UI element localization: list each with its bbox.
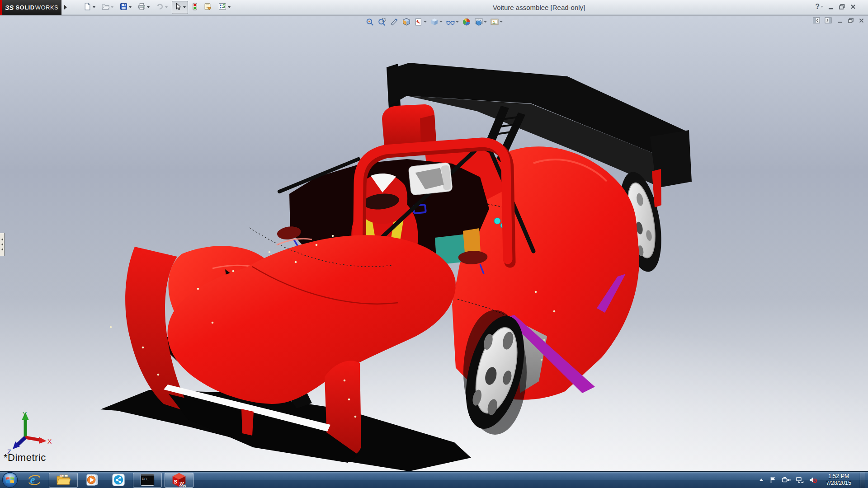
heads-up-view-toolbar xyxy=(364,17,504,27)
rocker-rivet xyxy=(543,339,545,341)
volume-button[interactable] xyxy=(809,476,817,483)
taskbar-command-prompt[interactable]: C:\_ xyxy=(133,473,162,488)
close-icon xyxy=(850,4,856,10)
action-center-button[interactable] xyxy=(769,476,777,483)
options-button[interactable] xyxy=(216,1,233,14)
feature-tree-collapsed-handle[interactable] xyxy=(0,233,5,256)
view-orientation-label: *Dimetric xyxy=(4,452,46,464)
3d-model-canvas[interactable] xyxy=(0,15,868,471)
zoom-to-area-icon xyxy=(378,18,387,26)
new-document-icon xyxy=(84,3,91,12)
minimize-icon xyxy=(828,4,834,10)
open-button[interactable] xyxy=(99,1,116,14)
orientation-triad: Y X Z xyxy=(3,409,52,455)
taskbar-media-player[interactable] xyxy=(80,473,104,488)
solidworks-logo: ЗS SOLID WORKS xyxy=(2,0,61,15)
previous-view-icon xyxy=(415,18,423,26)
close-button[interactable] xyxy=(850,4,856,10)
internet-explorer-icon: e xyxy=(28,473,41,487)
save-button[interactable] xyxy=(118,1,134,14)
window-title: Voiture assomblee [Read-only] xyxy=(493,4,585,11)
undo-button[interactable] xyxy=(154,1,170,14)
display-style-icon xyxy=(430,18,439,26)
splitter-pillar xyxy=(241,409,254,436)
folder-icon xyxy=(56,474,71,486)
logo-mark: ЗS xyxy=(5,4,14,11)
logo-bold: SOLID xyxy=(15,4,34,11)
help-icon: ? xyxy=(815,3,820,11)
standard-toolbar xyxy=(81,1,233,14)
zoom-to-area-button[interactable] xyxy=(377,17,388,27)
zoom-to-fit-button[interactable] xyxy=(364,17,376,27)
show-desktop-button[interactable] xyxy=(860,472,865,488)
solidworks-window: ЗS SOLID WORKS xyxy=(0,0,868,488)
battery-plug-icon xyxy=(782,476,791,483)
window-buttons: ? xyxy=(815,3,856,11)
titlebar: ЗS SOLID WORKS xyxy=(0,0,868,15)
file-properties-button[interactable] xyxy=(202,1,214,14)
taskbar-share-app[interactable] xyxy=(107,473,130,488)
view-settings-icon xyxy=(491,18,499,26)
rebuild-button[interactable] xyxy=(190,1,200,14)
rocker-rivet xyxy=(541,359,542,361)
clock-time: 1:52 PM xyxy=(826,473,851,480)
flag-icon xyxy=(769,476,777,483)
command-prompt-icon: C:\_ xyxy=(140,474,155,486)
apply-scene-icon xyxy=(475,18,483,26)
file-properties-icon xyxy=(204,3,212,12)
zoom-to-fit-icon xyxy=(366,18,374,26)
edit-appearance-button[interactable] xyxy=(461,17,472,27)
pane-toggle-right-icon[interactable] xyxy=(825,17,832,23)
taskbar-solidworks[interactable]: S W 2015 xyxy=(165,473,193,488)
power-status-button[interactable] xyxy=(782,476,791,483)
network-status-button[interactable] xyxy=(796,476,804,483)
media-player-icon xyxy=(85,473,99,487)
start-button[interactable] xyxy=(0,472,20,488)
doc-close-icon[interactable] xyxy=(859,18,864,23)
taskbar-internet-explorer[interactable]: e xyxy=(23,473,46,488)
open-folder-icon xyxy=(102,3,109,12)
sw-letter-s: S xyxy=(174,479,177,484)
triad-x-label: X xyxy=(47,438,52,445)
taskbar-clock[interactable]: 1:52 PM 7/28/2015 xyxy=(822,473,855,487)
show-hidden-icons-button[interactable] xyxy=(758,477,764,483)
restore-button[interactable] xyxy=(839,4,845,10)
previous-view-button[interactable] xyxy=(413,17,428,27)
solidworks-cube-icon: S W 2015 xyxy=(171,472,187,488)
section-view-button[interactable] xyxy=(389,17,400,27)
help-button[interactable]: ? xyxy=(815,3,823,11)
print-button[interactable] xyxy=(136,1,152,14)
menu-flyout-arrow-icon[interactable] xyxy=(62,3,69,12)
glasses-icon xyxy=(446,18,455,26)
options-list-icon xyxy=(218,3,226,12)
view-settings-button[interactable] xyxy=(489,17,504,27)
hide-show-items-button[interactable] xyxy=(445,17,460,27)
taskbar: e xyxy=(0,471,868,488)
select-cursor-icon xyxy=(174,3,182,12)
undo-arrow-icon xyxy=(156,3,164,12)
restore-icon xyxy=(839,4,845,10)
doc-minimize-icon[interactable] xyxy=(837,18,843,23)
taskbar-apps: e xyxy=(23,472,193,488)
display-style-button[interactable] xyxy=(429,17,444,27)
select-button[interactable] xyxy=(172,1,188,14)
traffic-light-icon xyxy=(192,3,198,12)
graphics-viewport[interactable]: Y X Z *Dimetric xyxy=(0,15,868,471)
taskbar-windows-explorer[interactable] xyxy=(49,473,78,488)
appearance-sphere-icon xyxy=(462,18,471,26)
minimize-button[interactable] xyxy=(828,4,834,10)
logo-light: WORKS xyxy=(35,4,59,11)
doc-restore-icon[interactable] xyxy=(848,18,854,23)
rearview-mirror-box xyxy=(408,162,453,195)
view-orientation-button[interactable] xyxy=(401,17,412,27)
prompt-text: C:\_ xyxy=(142,478,149,481)
clock-date: 7/28/2015 xyxy=(826,480,851,487)
section-view-icon xyxy=(390,18,399,26)
pane-toggle-left-icon[interactable] xyxy=(813,17,820,23)
apply-scene-button[interactable] xyxy=(473,17,488,27)
view-orientation-icon xyxy=(402,18,411,26)
network-icon xyxy=(796,476,804,483)
sw-badge-year: 2015 xyxy=(179,485,186,488)
triad-y-label: Y xyxy=(23,411,27,418)
new-button[interactable] xyxy=(81,1,98,14)
